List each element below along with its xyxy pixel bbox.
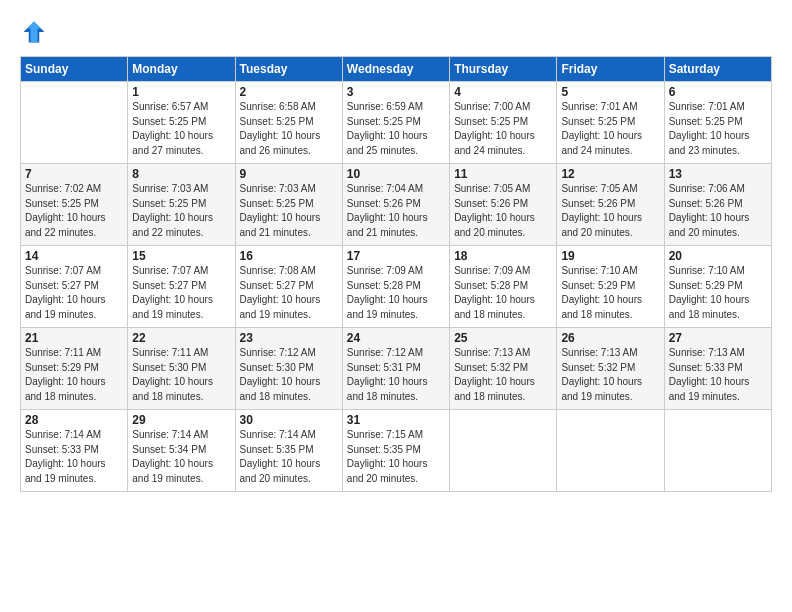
day-info: Sunrise: 7:14 AM Sunset: 5:35 PM Dayligh… xyxy=(240,428,338,486)
header xyxy=(20,18,772,46)
week-row-1: 1Sunrise: 6:57 AM Sunset: 5:25 PM Daylig… xyxy=(21,82,772,164)
page: SundayMondayTuesdayWednesdayThursdayFrid… xyxy=(0,0,792,612)
day-info: Sunrise: 7:11 AM Sunset: 5:30 PM Dayligh… xyxy=(132,346,230,404)
calendar-table: SundayMondayTuesdayWednesdayThursdayFrid… xyxy=(20,56,772,492)
calendar-cell: 20Sunrise: 7:10 AM Sunset: 5:29 PM Dayli… xyxy=(664,246,771,328)
calendar-cell: 27Sunrise: 7:13 AM Sunset: 5:33 PM Dayli… xyxy=(664,328,771,410)
calendar-cell: 9Sunrise: 7:03 AM Sunset: 5:25 PM Daylig… xyxy=(235,164,342,246)
week-row-2: 7Sunrise: 7:02 AM Sunset: 5:25 PM Daylig… xyxy=(21,164,772,246)
day-number: 22 xyxy=(132,331,230,345)
logo-icon xyxy=(20,18,48,46)
day-info: Sunrise: 7:09 AM Sunset: 5:28 PM Dayligh… xyxy=(347,264,445,322)
calendar-cell: 6Sunrise: 7:01 AM Sunset: 5:25 PM Daylig… xyxy=(664,82,771,164)
day-info: Sunrise: 7:13 AM Sunset: 5:32 PM Dayligh… xyxy=(454,346,552,404)
calendar-cell: 21Sunrise: 7:11 AM Sunset: 5:29 PM Dayli… xyxy=(21,328,128,410)
calendar-cell: 17Sunrise: 7:09 AM Sunset: 5:28 PM Dayli… xyxy=(342,246,449,328)
calendar-cell xyxy=(664,410,771,492)
calendar-cell: 11Sunrise: 7:05 AM Sunset: 5:26 PM Dayli… xyxy=(450,164,557,246)
day-number: 24 xyxy=(347,331,445,345)
calendar-cell xyxy=(450,410,557,492)
weekday-header-wednesday: Wednesday xyxy=(342,57,449,82)
day-number: 16 xyxy=(240,249,338,263)
calendar-cell: 7Sunrise: 7:02 AM Sunset: 5:25 PM Daylig… xyxy=(21,164,128,246)
weekday-header-friday: Friday xyxy=(557,57,664,82)
calendar-cell xyxy=(21,82,128,164)
calendar-cell: 2Sunrise: 6:58 AM Sunset: 5:25 PM Daylig… xyxy=(235,82,342,164)
logo xyxy=(20,18,52,46)
calendar-cell: 10Sunrise: 7:04 AM Sunset: 5:26 PM Dayli… xyxy=(342,164,449,246)
day-number: 12 xyxy=(561,167,659,181)
calendar-cell xyxy=(557,410,664,492)
day-number: 14 xyxy=(25,249,123,263)
calendar-cell: 19Sunrise: 7:10 AM Sunset: 5:29 PM Dayli… xyxy=(557,246,664,328)
day-number: 1 xyxy=(132,85,230,99)
day-info: Sunrise: 7:14 AM Sunset: 5:33 PM Dayligh… xyxy=(25,428,123,486)
day-number: 7 xyxy=(25,167,123,181)
day-number: 2 xyxy=(240,85,338,99)
day-number: 30 xyxy=(240,413,338,427)
day-info: Sunrise: 7:02 AM Sunset: 5:25 PM Dayligh… xyxy=(25,182,123,240)
day-info: Sunrise: 7:13 AM Sunset: 5:33 PM Dayligh… xyxy=(669,346,767,404)
calendar-cell: 23Sunrise: 7:12 AM Sunset: 5:30 PM Dayli… xyxy=(235,328,342,410)
day-info: Sunrise: 6:57 AM Sunset: 5:25 PM Dayligh… xyxy=(132,100,230,158)
calendar-cell: 3Sunrise: 6:59 AM Sunset: 5:25 PM Daylig… xyxy=(342,82,449,164)
calendar-cell: 5Sunrise: 7:01 AM Sunset: 5:25 PM Daylig… xyxy=(557,82,664,164)
day-number: 10 xyxy=(347,167,445,181)
calendar-cell: 16Sunrise: 7:08 AM Sunset: 5:27 PM Dayli… xyxy=(235,246,342,328)
day-number: 18 xyxy=(454,249,552,263)
day-info: Sunrise: 7:15 AM Sunset: 5:35 PM Dayligh… xyxy=(347,428,445,486)
day-number: 23 xyxy=(240,331,338,345)
day-number: 13 xyxy=(669,167,767,181)
day-info: Sunrise: 7:01 AM Sunset: 5:25 PM Dayligh… xyxy=(669,100,767,158)
calendar-cell: 8Sunrise: 7:03 AM Sunset: 5:25 PM Daylig… xyxy=(128,164,235,246)
day-number: 4 xyxy=(454,85,552,99)
day-number: 15 xyxy=(132,249,230,263)
day-info: Sunrise: 7:06 AM Sunset: 5:26 PM Dayligh… xyxy=(669,182,767,240)
calendar-cell: 31Sunrise: 7:15 AM Sunset: 5:35 PM Dayli… xyxy=(342,410,449,492)
calendar-cell: 26Sunrise: 7:13 AM Sunset: 5:32 PM Dayli… xyxy=(557,328,664,410)
weekday-header-monday: Monday xyxy=(128,57,235,82)
weekday-header-tuesday: Tuesday xyxy=(235,57,342,82)
day-info: Sunrise: 7:14 AM Sunset: 5:34 PM Dayligh… xyxy=(132,428,230,486)
day-info: Sunrise: 6:59 AM Sunset: 5:25 PM Dayligh… xyxy=(347,100,445,158)
calendar-cell: 18Sunrise: 7:09 AM Sunset: 5:28 PM Dayli… xyxy=(450,246,557,328)
day-number: 17 xyxy=(347,249,445,263)
day-info: Sunrise: 7:13 AM Sunset: 5:32 PM Dayligh… xyxy=(561,346,659,404)
calendar-cell: 12Sunrise: 7:05 AM Sunset: 5:26 PM Dayli… xyxy=(557,164,664,246)
calendar-cell: 30Sunrise: 7:14 AM Sunset: 5:35 PM Dayli… xyxy=(235,410,342,492)
day-info: Sunrise: 7:12 AM Sunset: 5:31 PM Dayligh… xyxy=(347,346,445,404)
day-number: 28 xyxy=(25,413,123,427)
calendar-cell: 15Sunrise: 7:07 AM Sunset: 5:27 PM Dayli… xyxy=(128,246,235,328)
day-info: Sunrise: 7:05 AM Sunset: 5:26 PM Dayligh… xyxy=(561,182,659,240)
week-row-4: 21Sunrise: 7:11 AM Sunset: 5:29 PM Dayli… xyxy=(21,328,772,410)
day-info: Sunrise: 7:03 AM Sunset: 5:25 PM Dayligh… xyxy=(132,182,230,240)
calendar-cell: 14Sunrise: 7:07 AM Sunset: 5:27 PM Dayli… xyxy=(21,246,128,328)
calendar-cell: 28Sunrise: 7:14 AM Sunset: 5:33 PM Dayli… xyxy=(21,410,128,492)
day-number: 20 xyxy=(669,249,767,263)
day-info: Sunrise: 7:12 AM Sunset: 5:30 PM Dayligh… xyxy=(240,346,338,404)
day-info: Sunrise: 7:07 AM Sunset: 5:27 PM Dayligh… xyxy=(25,264,123,322)
day-info: Sunrise: 7:10 AM Sunset: 5:29 PM Dayligh… xyxy=(669,264,767,322)
day-info: Sunrise: 7:05 AM Sunset: 5:26 PM Dayligh… xyxy=(454,182,552,240)
weekday-header-sunday: Sunday xyxy=(21,57,128,82)
day-number: 5 xyxy=(561,85,659,99)
day-info: Sunrise: 7:01 AM Sunset: 5:25 PM Dayligh… xyxy=(561,100,659,158)
day-number: 29 xyxy=(132,413,230,427)
day-info: Sunrise: 7:00 AM Sunset: 5:25 PM Dayligh… xyxy=(454,100,552,158)
day-number: 27 xyxy=(669,331,767,345)
day-number: 31 xyxy=(347,413,445,427)
day-info: Sunrise: 7:09 AM Sunset: 5:28 PM Dayligh… xyxy=(454,264,552,322)
week-row-5: 28Sunrise: 7:14 AM Sunset: 5:33 PM Dayli… xyxy=(21,410,772,492)
day-number: 21 xyxy=(25,331,123,345)
day-number: 6 xyxy=(669,85,767,99)
day-info: Sunrise: 7:11 AM Sunset: 5:29 PM Dayligh… xyxy=(25,346,123,404)
day-info: Sunrise: 7:03 AM Sunset: 5:25 PM Dayligh… xyxy=(240,182,338,240)
calendar-cell: 22Sunrise: 7:11 AM Sunset: 5:30 PM Dayli… xyxy=(128,328,235,410)
day-info: Sunrise: 7:08 AM Sunset: 5:27 PM Dayligh… xyxy=(240,264,338,322)
day-number: 26 xyxy=(561,331,659,345)
day-number: 11 xyxy=(454,167,552,181)
weekday-header-saturday: Saturday xyxy=(664,57,771,82)
day-number: 19 xyxy=(561,249,659,263)
calendar-cell: 13Sunrise: 7:06 AM Sunset: 5:26 PM Dayli… xyxy=(664,164,771,246)
calendar-cell: 4Sunrise: 7:00 AM Sunset: 5:25 PM Daylig… xyxy=(450,82,557,164)
